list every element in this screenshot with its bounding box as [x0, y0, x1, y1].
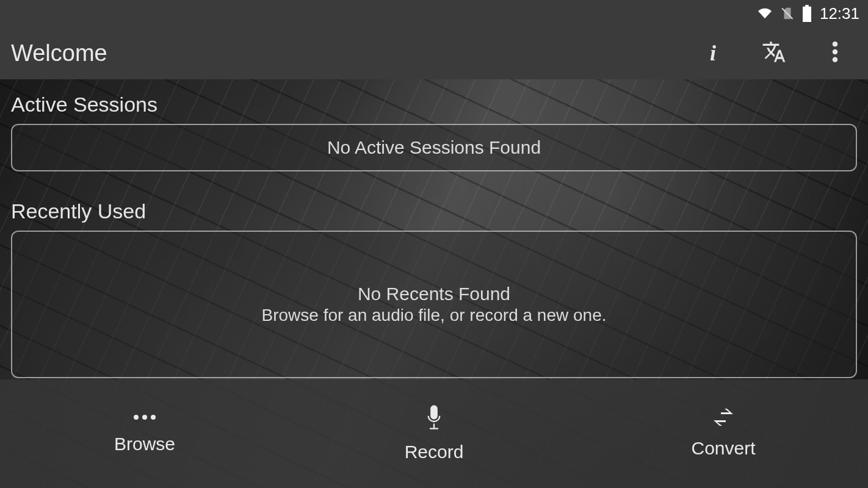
nav-browse[interactable]: Browse — [0, 379, 289, 488]
nav-record[interactable]: Record — [289, 379, 579, 488]
no-sim-icon — [781, 5, 794, 21]
more-vert-icon — [832, 41, 838, 65]
microphone-icon — [425, 405, 443, 432]
info-icon: i — [710, 42, 716, 64]
recently-used-heading: Recently Used — [11, 199, 857, 223]
svg-point-2 — [833, 57, 838, 63]
svg-point-5 — [151, 415, 156, 420]
browse-icon — [132, 413, 157, 424]
nav-convert-label: Convert — [691, 438, 755, 459]
nav-convert[interactable]: Convert — [579, 379, 868, 488]
info-button[interactable]: i — [700, 40, 726, 66]
svg-point-4 — [142, 415, 147, 420]
overflow-menu-button[interactable] — [822, 40, 848, 66]
section-spacer — [11, 171, 857, 196]
recently-used-empty-secondary: Browse for an audio file, or record a ne… — [262, 306, 607, 325]
active-sessions-empty-text: No Active Sessions Found — [327, 137, 541, 158]
nav-browse-label: Browse — [114, 434, 175, 454]
main-content: Active Sessions No Active Sessions Found… — [0, 79, 868, 378]
active-sessions-card[interactable]: No Active Sessions Found — [11, 124, 857, 171]
translate-icon — [762, 40, 786, 66]
status-bar: 12:31 — [0, 0, 868, 27]
recently-used-empty-primary: No Recents Found — [358, 284, 510, 304]
app-root: 12:31 Welcome i Active Sessions No Acti — [0, 0, 868, 488]
page-title: Welcome — [11, 40, 700, 66]
nav-record-label: Record — [405, 442, 464, 462]
svg-point-3 — [134, 415, 139, 420]
svg-point-0 — [833, 41, 838, 47]
app-bar: Welcome i — [0, 27, 868, 79]
bottom-nav: Browse Record Convert — [0, 379, 868, 488]
recently-used-card[interactable]: No Recents Found Browse for an audio fil… — [11, 231, 857, 378]
translate-button[interactable] — [761, 40, 787, 66]
svg-point-1 — [833, 49, 838, 55]
status-time: 12:31 — [820, 4, 859, 23]
wifi-icon — [756, 7, 773, 20]
battery-icon — [801, 5, 812, 22]
convert-icon — [710, 409, 737, 428]
active-sessions-heading: Active Sessions — [11, 93, 857, 117]
app-bar-actions: i — [700, 40, 857, 66]
